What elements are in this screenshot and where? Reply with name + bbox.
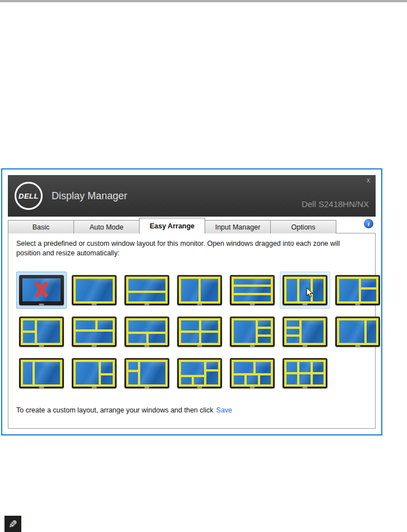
layout-grid: [16, 272, 372, 392]
tab-input-manager[interactable]: Input Manager: [205, 220, 271, 233]
zone-outline: [285, 328, 300, 336]
layout-option-left-3-stack-right-large[interactable]: [280, 313, 330, 350]
zone-outline: [180, 361, 205, 376]
layout-option-left-large-right-column[interactable]: [332, 313, 383, 350]
layout-option-quad-grid[interactable]: [174, 313, 225, 350]
mouse-cursor-icon: [306, 287, 314, 299]
layout-option-left-large-right-2-low[interactable]: [69, 355, 119, 392]
zone-outline: [75, 319, 96, 331]
monitor-thumbnail-icon: [19, 275, 64, 305]
monitor-thumbnail-icon: [72, 317, 117, 347]
tab-options[interactable]: Options: [270, 220, 336, 233]
zone-outline: [75, 361, 100, 386]
monitor-thumbnail-icon: [335, 275, 380, 305]
zone-outline: [246, 374, 259, 385]
zone-outline: [338, 278, 360, 302]
zone-outline: [147, 333, 166, 344]
layout-option-top-large-bottom-2[interactable]: [122, 313, 172, 350]
layout-option-3-columns[interactable]: [280, 272, 330, 309]
zone-outline: [360, 278, 377, 288]
layout-option-left-column-right-large[interactable]: [16, 355, 67, 392]
layout-option-5-zones-2-top-3-bottom[interactable]: [227, 355, 278, 392]
zone-outline: [180, 376, 193, 386]
instruction-text: Select a predefined or custom window lay…: [16, 239, 359, 258]
layout-option-3-rows[interactable]: [227, 272, 278, 309]
layout-row: [16, 272, 372, 309]
zone-outline: [100, 361, 114, 375]
zone-outline: [312, 373, 325, 386]
monitor-thumbnail-icon: [124, 275, 169, 305]
zone-outline: [285, 373, 298, 386]
layout-option-left-2-high-right-large[interactable]: [122, 355, 172, 392]
zone-outline: [193, 376, 205, 386]
dell-display-manager-window: DELL Display Manager Dell S2418HN/NX x B…: [1, 168, 382, 435]
layout-option-2-columns[interactable]: [174, 272, 225, 309]
monitor-thumbnail-icon: [72, 275, 117, 305]
zone-outline: [180, 278, 200, 302]
monitor-thumbnail-icon: [19, 317, 64, 347]
tab-easy-arrange[interactable]: Easy Arrange: [139, 218, 205, 233]
zone-outline: [257, 336, 272, 344]
zone-outline: [285, 336, 300, 344]
tab-basic[interactable]: Basic: [8, 220, 74, 233]
layout-option-top-2-bottom-large[interactable]: [69, 313, 119, 350]
close-icon[interactable]: x: [367, 177, 370, 184]
zone-outline: [22, 361, 34, 386]
layout-row: [16, 355, 372, 392]
layout-option-2-rows[interactable]: [122, 272, 172, 309]
zone-outline: [285, 319, 300, 328]
layout-option-undo-no-layout[interactable]: [16, 272, 67, 309]
zone-outline: [205, 370, 219, 385]
custom-layout-footer: To create a custom layout, arrange your …: [16, 406, 372, 414]
monitor-thumbnail-icon: [124, 358, 169, 388]
zone-outline: [233, 286, 272, 294]
zone-outline: [285, 361, 298, 373]
zone-outline: [257, 319, 272, 328]
monitor-thumbnail-icon: [230, 275, 275, 305]
zone-outline: [34, 361, 61, 386]
footer-text: To create a custom layout, arrange your …: [16, 406, 214, 414]
layout-option-left-2-stack-right-large[interactable]: [16, 313, 67, 350]
save-link[interactable]: Save: [216, 406, 233, 414]
zone-outline: [200, 278, 219, 302]
zone-outline: [127, 371, 139, 386]
monitor-thumbnail-icon: [124, 317, 169, 347]
zone-outline: [205, 361, 219, 371]
zone-outline: [75, 278, 114, 302]
monitor-thumbnail-icon: [177, 317, 222, 347]
dell-logo-text: DELL: [18, 192, 39, 200]
monitor-thumbnail-icon: [283, 358, 327, 388]
monitor-thumbnail-icon: [230, 358, 275, 388]
zone-outline: [100, 374, 114, 385]
layout-option-5-zones-mixed[interactable]: [174, 355, 225, 392]
zone-outline: [127, 319, 166, 333]
zone-outline: [259, 374, 272, 385]
zone-outline: [22, 319, 36, 332]
zone-outline: [200, 319, 219, 332]
monitor-thumbnail-icon: [72, 358, 117, 388]
zone-outline: [180, 319, 200, 332]
zone-outline: [180, 332, 200, 344]
zone-outline: [233, 361, 255, 375]
app-title: Display Manager: [52, 190, 127, 202]
zone-outline: [36, 319, 61, 344]
titlebar: DELL Display Manager Dell S2418HN/NX x: [8, 175, 376, 217]
zone-outline: [127, 292, 166, 302]
zone-outline: [127, 278, 166, 292]
tab-auto-mode[interactable]: Auto Mode: [73, 220, 140, 233]
zone-outline: [96, 319, 114, 331]
zone-outline: [200, 332, 219, 344]
zone-outline: [139, 361, 166, 386]
info-icon[interactable]: i: [364, 219, 373, 228]
zone-outline: [75, 331, 114, 344]
zone-outline: [366, 319, 377, 344]
layout-option-left-large-right-2-stack[interactable]: [332, 272, 383, 309]
monitor-thumbnail-icon: [283, 317, 327, 347]
zone-outline: [298, 361, 312, 373]
layout-option-6-grid-3x2[interactable]: [280, 355, 330, 392]
layout-option-1-zone-full[interactable]: [69, 272, 119, 309]
tab-bar: Basic Auto Mode Easy Arrange Input Manag…: [8, 218, 376, 233]
zone-outline: [312, 361, 325, 373]
zone-outline: [300, 319, 325, 344]
layout-option-left-large-right-3-stack[interactable]: [227, 313, 278, 350]
